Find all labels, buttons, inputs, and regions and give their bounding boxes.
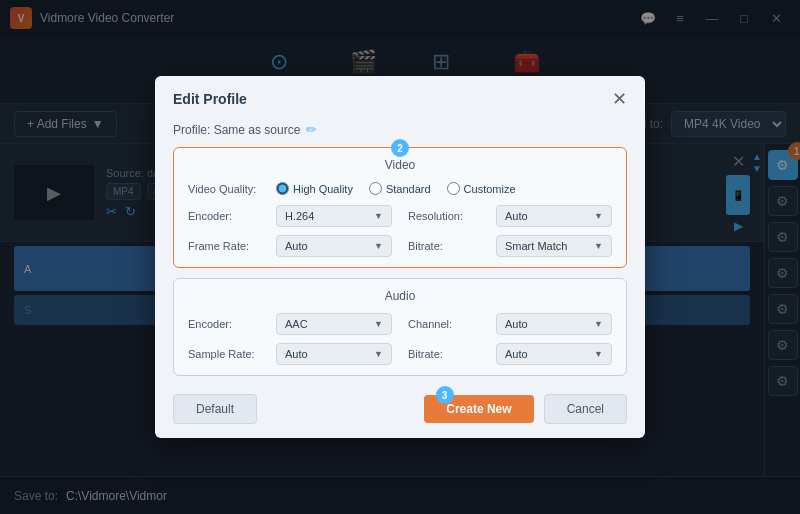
video-section-label: Video: [188, 158, 612, 172]
sample-rate-label: Sample Rate:: [188, 348, 268, 360]
resolution-row: Resolution: Auto ▼: [408, 205, 612, 227]
quality-standard-label: Standard: [386, 183, 431, 195]
channel-value: Auto: [505, 318, 528, 330]
audio-bitrate-value: Auto: [505, 348, 528, 360]
quality-standard[interactable]: Standard: [369, 182, 431, 195]
frame-rate-value: Auto: [285, 240, 308, 252]
quality-high-radio[interactable]: [276, 182, 289, 195]
resolution-label: Resolution:: [408, 210, 488, 222]
frame-rate-row: Frame Rate: Auto ▼: [188, 235, 392, 257]
video-bitrate-label: Bitrate:: [408, 240, 488, 252]
video-encoder-label: Encoder:: [188, 210, 268, 222]
audio-bitrate-label: Bitrate:: [408, 348, 488, 360]
audio-fields-grid: Encoder: AAC ▼ Channel: Auto ▼ Sam: [188, 313, 612, 365]
video-fields-grid: Encoder: H.264 ▼ Resolution: Auto ▼: [188, 205, 612, 257]
profile-edit-icon[interactable]: ✏: [306, 122, 317, 137]
channel-row: Channel: Auto ▼: [408, 313, 612, 335]
dialog-overlay: Edit Profile ✕ Profile: Same as source ✏…: [0, 0, 800, 514]
profile-label: Profile: Same as source: [173, 123, 300, 137]
quality-row: Video Quality: High Quality Standard Cus…: [188, 182, 612, 195]
dialog-header: Edit Profile ✕: [155, 76, 645, 118]
dialog-close-button[interactable]: ✕: [612, 88, 627, 110]
sample-rate-row: Sample Rate: Auto ▼: [188, 343, 392, 365]
video-encoder-row: Encoder: H.264 ▼: [188, 205, 392, 227]
default-button[interactable]: Default: [173, 394, 257, 424]
badge-3: 3: [436, 386, 454, 404]
audio-encoder-value: AAC: [285, 318, 308, 330]
frame-rate-select[interactable]: Auto ▼: [276, 235, 392, 257]
sample-rate-value: Auto: [285, 348, 308, 360]
sample-rate-select[interactable]: Auto ▼: [276, 343, 392, 365]
bitrate-dropdown-arrow: ▼: [594, 241, 603, 251]
audio-bitrate-row: Bitrate: Auto ▼: [408, 343, 612, 365]
channel-label: Channel:: [408, 318, 488, 330]
channel-select[interactable]: Auto ▼: [496, 313, 612, 335]
resolution-value: Auto: [505, 210, 528, 222]
video-section: 2 Video Video Quality: High Quality Stan…: [173, 147, 627, 268]
sample-rate-arrow: ▼: [374, 349, 383, 359]
frame-rate-label: Frame Rate:: [188, 240, 268, 252]
resolution-select[interactable]: Auto ▼: [496, 205, 612, 227]
quality-high-label: High Quality: [293, 183, 353, 195]
audio-bitrate-arrow: ▼: [594, 349, 603, 359]
video-bitrate-row: Bitrate: Smart Match ▼: [408, 235, 612, 257]
video-encoder-select[interactable]: H.264 ▼: [276, 205, 392, 227]
dialog-footer: Default Create New 3 Cancel: [155, 386, 645, 438]
quality-customize-radio[interactable]: [447, 182, 460, 195]
edit-profile-dialog: Edit Profile ✕ Profile: Same as source ✏…: [155, 76, 645, 438]
quality-high[interactable]: High Quality: [276, 182, 353, 195]
quality-customize-label: Customize: [464, 183, 516, 195]
video-encoder-value: H.264: [285, 210, 314, 222]
audio-encoder-row: Encoder: AAC ▼: [188, 313, 392, 335]
channel-arrow: ▼: [594, 319, 603, 329]
video-bitrate-select[interactable]: Smart Match ▼: [496, 235, 612, 257]
audio-section-label: Audio: [188, 289, 612, 303]
frame-rate-dropdown-arrow: ▼: [374, 241, 383, 251]
badge-2: 2: [391, 139, 409, 157]
audio-bitrate-select[interactable]: Auto ▼: [496, 343, 612, 365]
audio-encoder-label: Encoder:: [188, 318, 268, 330]
quality-label: Video Quality:: [188, 183, 268, 195]
audio-section: Audio Encoder: AAC ▼ Channel: Auto ▼: [173, 278, 627, 376]
quality-radio-group: High Quality Standard Customize: [276, 182, 612, 195]
audio-encoder-arrow: ▼: [374, 319, 383, 329]
audio-encoder-select[interactable]: AAC ▼: [276, 313, 392, 335]
cancel-button[interactable]: Cancel: [544, 394, 627, 424]
video-bitrate-value: Smart Match: [505, 240, 567, 252]
quality-customize[interactable]: Customize: [447, 182, 516, 195]
resolution-dropdown-arrow: ▼: [594, 211, 603, 221]
quality-standard-radio[interactable]: [369, 182, 382, 195]
create-new-wrapper: Create New 3: [424, 395, 533, 423]
dialog-title: Edit Profile: [173, 91, 247, 107]
encoder-dropdown-arrow: ▼: [374, 211, 383, 221]
